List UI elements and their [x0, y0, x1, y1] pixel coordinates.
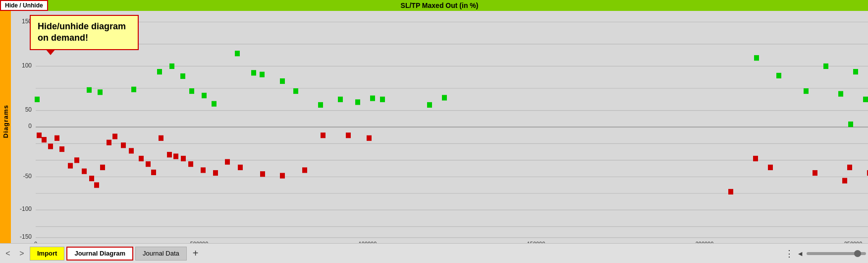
svg-rect-70: [121, 142, 126, 148]
svg-rect-74: [151, 170, 156, 175]
callout-box: Hide/unhide diagram on demand!: [30, 15, 139, 50]
svg-rect-83: [238, 165, 243, 170]
add-tab-button[interactable]: +: [189, 248, 203, 259]
svg-rect-68: [107, 140, 111, 145]
prev-button[interactable]: <: [2, 248, 14, 260]
svg-rect-69: [112, 133, 117, 139]
tab-bar-right: ⋮ ◄: [785, 248, 866, 259]
svg-text:-100: -100: [20, 205, 32, 213]
svg-rect-54: [853, 69, 858, 74]
svg-rect-87: [321, 132, 326, 138]
svg-rect-84: [260, 171, 265, 177]
svg-rect-28: [87, 87, 92, 93]
chart-plot: 150 100 50 0 -50 -100 -150 0 500000 1000…: [11, 11, 868, 243]
chart-svg: 150 100 50 0 -50 -100 -150 0 500000 1000…: [11, 11, 868, 243]
svg-rect-57: [37, 132, 42, 138]
svg-rect-81: [213, 170, 218, 176]
svg-rect-40: [280, 78, 285, 84]
svg-rect-79: [188, 161, 193, 167]
svg-rect-90: [728, 189, 733, 195]
slider-left-arrow-icon: ◄: [797, 250, 804, 258]
svg-rect-94: [842, 178, 847, 184]
svg-rect-85: [280, 173, 285, 178]
svg-rect-60: [54, 135, 59, 141]
svg-rect-41: [293, 88, 298, 94]
svg-rect-43: [338, 97, 343, 102]
svg-rect-88: [346, 132, 351, 138]
svg-rect-30: [131, 87, 136, 92]
svg-rect-29: [98, 89, 103, 95]
next-button[interactable]: >: [16, 248, 28, 260]
svg-rect-95: [847, 165, 852, 170]
more-options-button[interactable]: ⋮: [785, 248, 794, 259]
import-button[interactable]: Import: [30, 247, 64, 261]
svg-rect-32: [169, 64, 174, 69]
svg-rect-82: [225, 159, 230, 165]
svg-rect-63: [74, 157, 79, 163]
svg-rect-31: [157, 69, 162, 74]
svg-rect-38: [251, 70, 256, 75]
svg-rect-48: [442, 95, 447, 100]
journal-diagram-tab[interactable]: Journal Diagram: [66, 247, 133, 261]
svg-rect-34: [189, 88, 194, 94]
chart-title: SL/TP Maxed Out (in %): [11, 0, 868, 11]
svg-rect-39: [260, 72, 265, 77]
svg-rect-50: [776, 73, 781, 78]
svg-rect-42: [318, 102, 323, 108]
main-container: Hide / Unhide Diagrams SL/TP Maxed Out (…: [0, 0, 868, 263]
journal-data-tab[interactable]: Journal Data: [135, 247, 187, 261]
tab-bar: < > Import Journal Diagram Journal Data …: [0, 243, 868, 263]
svg-rect-47: [427, 102, 432, 108]
svg-rect-64: [82, 169, 87, 174]
svg-rect-37: [235, 51, 240, 56]
svg-rect-93: [813, 170, 817, 176]
svg-text:0: 0: [28, 123, 32, 130]
hide-unhide-button[interactable]: Hide / Unhide: [0, 0, 48, 11]
diagrams-label: Diagrams: [0, 0, 11, 243]
svg-rect-89: [367, 135, 372, 141]
svg-text:-150: -150: [20, 233, 32, 241]
slider-track[interactable]: [807, 252, 866, 255]
svg-text:150000: 150000: [527, 240, 545, 243]
svg-rect-78: [181, 156, 186, 161]
svg-rect-56: [848, 122, 853, 127]
svg-rect-51: [804, 88, 809, 94]
svg-text:100000: 100000: [359, 240, 377, 243]
svg-rect-35: [202, 93, 207, 98]
svg-text:250000: 250000: [844, 240, 863, 243]
svg-rect-46: [380, 97, 385, 102]
svg-rect-76: [167, 152, 172, 157]
svg-rect-58: [42, 137, 47, 142]
svg-rect-55: [863, 97, 868, 102]
svg-rect-91: [753, 156, 758, 161]
svg-rect-73: [146, 161, 151, 167]
svg-rect-66: [94, 182, 99, 188]
svg-rect-77: [173, 153, 178, 159]
svg-rect-33: [180, 73, 185, 79]
svg-rect-62: [68, 163, 73, 168]
svg-rect-61: [59, 146, 64, 152]
svg-rect-86: [302, 167, 307, 173]
svg-rect-49: [754, 55, 759, 61]
svg-text:100: 100: [22, 62, 32, 69]
svg-text:500000: 500000: [190, 240, 209, 243]
svg-rect-45: [370, 95, 375, 101]
svg-rect-80: [201, 167, 206, 173]
svg-rect-72: [139, 156, 144, 161]
svg-text:0: 0: [34, 240, 38, 243]
svg-rect-67: [100, 165, 105, 170]
svg-rect-75: [159, 135, 163, 141]
svg-rect-36: [212, 101, 217, 107]
chart-area: Hide / Unhide Diagrams SL/TP Maxed Out (…: [0, 0, 868, 243]
svg-rect-27: [35, 97, 40, 102]
slider-thumb: [854, 250, 861, 257]
svg-rect-52: [823, 64, 828, 69]
svg-text:-50: -50: [23, 172, 32, 180]
svg-text:50: 50: [25, 106, 32, 113]
svg-rect-44: [355, 99, 360, 105]
svg-rect-92: [768, 165, 773, 170]
svg-rect-71: [129, 148, 134, 153]
svg-rect-53: [838, 91, 843, 97]
svg-rect-65: [89, 176, 94, 181]
svg-rect-59: [48, 143, 53, 149]
